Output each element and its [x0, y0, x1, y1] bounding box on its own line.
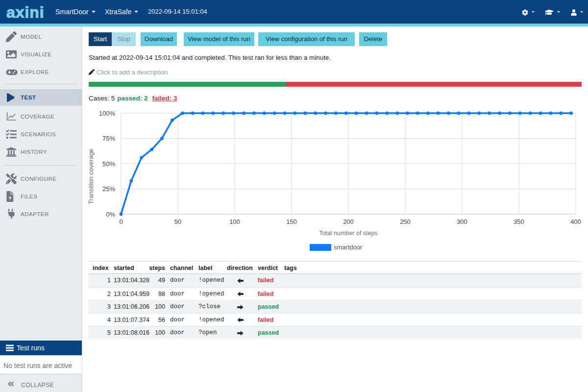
svg-text:Total number of steps: Total number of steps	[319, 230, 378, 237]
svg-text:25%: 25%	[102, 185, 115, 193]
svg-text:100%: 100%	[99, 110, 116, 117]
svg-text:smartdoor: smartdoor	[334, 244, 363, 251]
svg-text:50: 50	[174, 218, 181, 225]
svg-text:300: 300	[457, 218, 467, 225]
svg-text:400: 400	[570, 218, 581, 225]
svg-text:100: 100	[229, 218, 240, 225]
svg-text:150: 150	[286, 218, 297, 225]
svg-text:Transition coverage: Transition coverage	[87, 148, 95, 204]
svg-text:250: 250	[400, 218, 411, 225]
svg-text:0%: 0%	[106, 211, 115, 218]
svg-text:0: 0	[119, 218, 122, 225]
svg-text:50%: 50%	[102, 160, 115, 168]
svg-text:200: 200	[343, 218, 354, 225]
svg-text:350: 350	[514, 218, 524, 225]
svg-text:75%: 75%	[102, 135, 115, 142]
